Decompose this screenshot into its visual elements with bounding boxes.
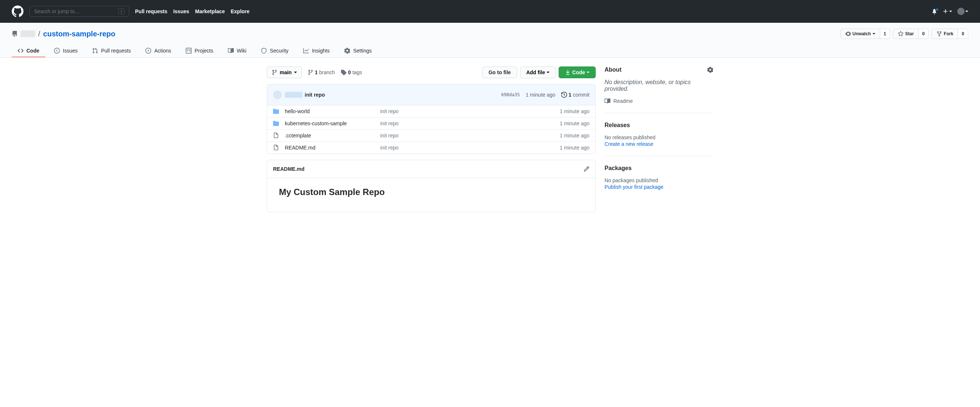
- file-list-box: init repo 698da35 1 minute ago 1 commit …: [267, 84, 596, 154]
- file-link[interactable]: kubernetes-custom-sample: [285, 120, 347, 126]
- notifications-button[interactable]: [932, 8, 937, 14]
- file-time: 1 minute ago: [560, 109, 589, 114]
- code-icon: [18, 48, 24, 54]
- pr-icon: [92, 48, 98, 54]
- tab-pull-requests[interactable]: Pull requests: [86, 45, 137, 57]
- branch-select-button[interactable]: main: [267, 67, 302, 78]
- nav-explore[interactable]: Explore: [231, 8, 249, 14]
- publish-package-link[interactable]: Publish your first package: [605, 184, 663, 190]
- go-to-file-button[interactable]: Go to file: [482, 67, 517, 78]
- tags-link[interactable]: 0 tags: [340, 69, 362, 75]
- tab-insights[interactable]: Insights: [297, 45, 336, 57]
- file-row: hello-world init repo 1 minute ago: [267, 105, 595, 118]
- tag-icon: [340, 69, 347, 75]
- tab-settings[interactable]: Settings: [339, 45, 378, 57]
- latest-commit-bar: init repo 698da35 1 minute ago 1 commit: [267, 85, 595, 105]
- repo-icon: [12, 31, 18, 37]
- file-time: 1 minute ago: [560, 120, 589, 126]
- file-link[interactable]: hello-world: [285, 109, 310, 114]
- file-commit-msg[interactable]: init repo: [380, 120, 560, 126]
- fork-button[interactable]: Fork: [932, 29, 958, 39]
- file-commit-msg[interactable]: init repo: [380, 145, 560, 151]
- repo-actions: Unwatch 1 Star 0 Fork 0: [840, 29, 968, 39]
- watchers-count[interactable]: 1: [880, 29, 891, 39]
- file-row: README.md init repo 1 minute ago: [267, 142, 595, 153]
- play-icon: [145, 48, 151, 54]
- releases-title: Releases: [605, 122, 630, 129]
- search-input[interactable]: [34, 8, 118, 14]
- forks-count[interactable]: 0: [958, 29, 968, 39]
- shield-icon: [261, 48, 267, 54]
- commit-author-redacted[interactable]: [285, 92, 302, 98]
- code-download-button[interactable]: Code: [558, 67, 596, 78]
- branch-icon: [307, 69, 313, 75]
- tab-actions[interactable]: Actions: [140, 45, 177, 57]
- book-icon: [605, 98, 610, 104]
- github-logo[interactable]: [12, 5, 24, 17]
- user-menu[interactable]: [957, 8, 968, 15]
- commit-sha[interactable]: 698da35: [501, 92, 520, 97]
- file-link[interactable]: README.md: [285, 145, 315, 151]
- file-time: 1 minute ago: [560, 132, 589, 139]
- issue-icon: [54, 48, 60, 54]
- owner-name-redacted[interactable]: [21, 30, 35, 37]
- project-icon: [186, 48, 192, 54]
- nav-pull-requests[interactable]: Pull requests: [135, 8, 167, 14]
- tab-code[interactable]: Code: [12, 45, 45, 57]
- sidebar: About No description, website, or topics…: [605, 67, 713, 212]
- file-time: 1 minute ago: [560, 145, 589, 151]
- commits-link[interactable]: 1 commit: [561, 92, 589, 98]
- branch-icon: [272, 69, 277, 75]
- header-nav: Pull requests Issues Marketplace Explore: [135, 8, 250, 14]
- file-row: kubernetes-custom-sample init repo 1 min…: [267, 118, 595, 130]
- unwatch-button[interactable]: Unwatch: [840, 29, 880, 39]
- eye-icon: [845, 31, 851, 37]
- packages-title: Packages: [605, 165, 632, 172]
- commit-message[interactable]: init repo: [305, 92, 325, 98]
- readme-filename[interactable]: README.md: [273, 166, 305, 172]
- add-file-button[interactable]: Add file: [520, 67, 556, 78]
- file-icon: [273, 132, 279, 139]
- tab-security[interactable]: Security: [255, 45, 294, 57]
- repo-title: / custom-sample-repo: [12, 30, 115, 38]
- graph-icon: [303, 48, 309, 54]
- global-header: / Pull requests Issues Marketplace Explo…: [0, 0, 980, 23]
- file-commit-msg[interactable]: init repo: [380, 109, 560, 114]
- file-link[interactable]: .cctemplate: [285, 132, 311, 139]
- create-new-dropdown[interactable]: [943, 8, 952, 14]
- nav-issues[interactable]: Issues: [173, 8, 189, 14]
- create-release-link[interactable]: Create a new release: [605, 141, 653, 147]
- download-icon: [565, 69, 571, 75]
- avatar: [957, 8, 964, 15]
- fork-icon: [936, 31, 942, 37]
- file-commit-msg[interactable]: init repo: [380, 132, 560, 139]
- tab-wiki[interactable]: Wiki: [222, 45, 252, 57]
- packages-none-text: No packages published: [605, 177, 713, 183]
- tab-issues[interactable]: Issues: [48, 45, 83, 57]
- readme-link[interactable]: Readme: [605, 98, 713, 104]
- readme-box: README.md My Custom Sample Repo: [267, 160, 596, 212]
- about-settings-button[interactable]: [707, 67, 713, 73]
- commit-author-avatar[interactable]: [273, 90, 282, 99]
- edit-readme-button[interactable]: [584, 166, 589, 172]
- nav-marketplace[interactable]: Marketplace: [195, 8, 225, 14]
- slash: /: [38, 30, 40, 38]
- releases-none-text: No releases published: [605, 134, 713, 140]
- branches-link[interactable]: 1 branch: [307, 69, 335, 75]
- star-button[interactable]: Star: [893, 29, 918, 39]
- notification-dot: [935, 8, 939, 11]
- about-description: No description, website, or topics provi…: [605, 79, 713, 92]
- commit-time[interactable]: 1 minute ago: [526, 92, 555, 98]
- tab-projects[interactable]: Projects: [180, 45, 219, 57]
- folder-icon: [273, 109, 279, 114]
- about-title: About: [605, 67, 621, 73]
- folder-icon: [273, 120, 279, 126]
- search-slash-hint: /: [118, 8, 124, 14]
- search-box[interactable]: /: [29, 6, 129, 17]
- repo-head: / custom-sample-repo Unwatch 1 Star 0: [0, 23, 980, 57]
- repo-name-link[interactable]: custom-sample-repo: [43, 30, 116, 38]
- book-icon: [228, 48, 234, 54]
- repo-tabs: Code Issues Pull requests Actions Projec…: [12, 45, 968, 57]
- stars-count[interactable]: 0: [919, 29, 929, 39]
- header-right: [932, 8, 968, 15]
